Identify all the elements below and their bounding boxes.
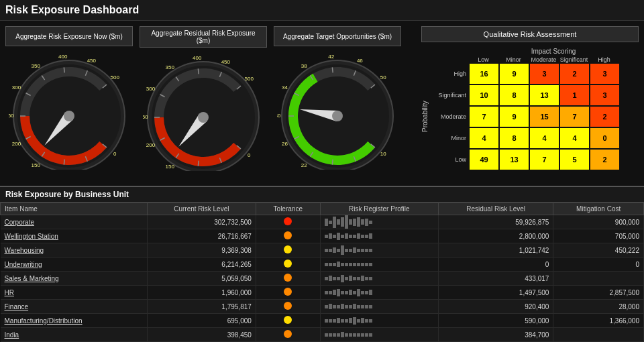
- matrix-col-header: Minor: [498, 56, 529, 63]
- svg-text:200: 200: [146, 142, 156, 148]
- matrix-cell: 13: [499, 149, 529, 170]
- residual-risk-cell: 59,926,875: [438, 215, 553, 229]
- matrix-cell: 49: [469, 149, 499, 170]
- svg-line-30: [198, 161, 199, 166]
- current-risk-cell: 1,795,817: [147, 300, 256, 314]
- svg-text:450: 450: [87, 58, 97, 64]
- table-row: Corporate302,732,50059,926,875900,000: [1, 215, 644, 229]
- item-name-cell[interactable]: Sales & Marketing: [1, 272, 148, 286]
- current-risk-cell: 398,450: [147, 328, 256, 342]
- residual-risk-cell: 590,000: [438, 314, 553, 328]
- tolerance-cell: [256, 314, 320, 328]
- matrix-cell: 8: [499, 84, 529, 106]
- residual-risk-cell: 384,700: [438, 328, 553, 342]
- gauge-canvas-1: 050100150200250300350400450500: [143, 50, 264, 171]
- matrix-cell: 0: [590, 127, 620, 149]
- risk-profile-cell: [320, 258, 438, 272]
- matrix-col-header: Low: [468, 56, 498, 63]
- risk-profile-cell: [320, 272, 438, 286]
- matrix-row-label: Minor: [432, 135, 469, 141]
- residual-risk-cell: 2,800,000: [438, 229, 553, 243]
- risk-profile-cell: [320, 229, 438, 243]
- probability-label: Probability: [421, 63, 431, 170]
- gauge-0: Aggregate Risk Exposure Now ($m)05010015…: [5, 26, 133, 180]
- mitigation-cost-cell: 28,000: [553, 300, 644, 314]
- mitigation-cost-cell: 2,857,500: [553, 286, 644, 300]
- matrix-row: Low4913752: [432, 149, 620, 170]
- svg-text:500: 500: [244, 76, 254, 82]
- svg-text:250: 250: [143, 114, 148, 120]
- matrix-cell: 9: [499, 63, 529, 84]
- matrix-rows: High169323Significant1081313Moderate7915…: [432, 63, 620, 170]
- current-risk-cell: 6,214,265: [147, 258, 256, 272]
- table-row: Warehousing9,369,3081,021,742450,222: [1, 243, 644, 258]
- item-name-cell[interactable]: HR: [1, 286, 148, 300]
- svg-text:250: 250: [9, 113, 14, 119]
- matrix-row-label: Moderate: [432, 113, 469, 120]
- gauge-canvas-2: 1014182226303438424650: [277, 49, 398, 170]
- tolerance-cell: [256, 328, 320, 342]
- matrix-row: Moderate791572: [432, 106, 620, 127]
- mitigation-cost-cell: 450,222: [553, 243, 644, 258]
- tolerance-cell: [256, 215, 320, 229]
- matrix-cell: 5: [559, 149, 590, 170]
- matrix-cell: 7: [559, 106, 590, 127]
- svg-line-10: [64, 67, 64, 72]
- gauges-area: Aggregate Risk Exposure Now ($m)05010015…: [0, 21, 416, 186]
- tolerance-cell: [256, 243, 320, 258]
- matrix-cell: 16: [469, 63, 499, 84]
- table-title: Risk Exposure by Business Unit: [0, 187, 644, 203]
- matrix-cell: 7: [469, 106, 499, 127]
- mitigation-cost-cell: 1,366,000: [553, 314, 644, 328]
- item-name-cell[interactable]: Manufacturing/Distribution: [1, 314, 148, 328]
- matrix-cell: 2: [559, 63, 590, 84]
- matrix-row: Minor48440: [432, 127, 620, 149]
- residual-risk-cell: 1,021,742: [438, 243, 553, 258]
- gauge-2: Aggregate Target Opportunities ($m)10141…: [274, 26, 401, 180]
- matrix-row: Significant1081313: [432, 84, 620, 106]
- risk-profile-cell: [320, 243, 438, 258]
- svg-point-66: [332, 111, 343, 121]
- table-row: Sales & Marketing5,059,050433,017: [1, 272, 644, 286]
- svg-text:30: 30: [277, 113, 281, 119]
- item-name-cell[interactable]: Underwriting: [1, 258, 148, 272]
- svg-text:42: 42: [328, 54, 334, 60]
- svg-text:150: 150: [166, 164, 175, 170]
- item-name-cell[interactable]: Corporate: [1, 215, 148, 229]
- matrix-cell: 2: [590, 149, 620, 170]
- gauge-1: Aggregate Residual Risk Exposure ($m)050…: [140, 26, 267, 180]
- matrix-row-label: Significant: [432, 92, 469, 99]
- tolerance-cell: [256, 300, 320, 314]
- svg-text:26: 26: [282, 141, 288, 147]
- item-name-cell[interactable]: Wellington Station: [1, 229, 148, 243]
- residual-risk-cell: 920,400: [438, 300, 553, 314]
- item-name-cell[interactable]: India: [1, 328, 148, 342]
- current-risk-cell: 695,000: [147, 314, 256, 328]
- risk-profile-cell: [320, 314, 438, 328]
- svg-text:0: 0: [113, 151, 117, 157]
- matrix-cell: 4: [469, 127, 499, 149]
- svg-text:150: 150: [32, 162, 41, 168]
- risk-profile-cell: [320, 215, 438, 229]
- item-name-cell[interactable]: Finance: [1, 300, 148, 314]
- current-risk-cell: 1,960,000: [147, 286, 256, 300]
- table-row: Manufacturing/Distribution695,000590,000…: [1, 314, 644, 328]
- item-name-cell[interactable]: Warehousing: [1, 243, 148, 258]
- current-risk-cell: 5,059,050: [147, 272, 256, 286]
- matrix-row-label: Low: [432, 156, 469, 163]
- residual-risk-cell: 433,017: [438, 272, 553, 286]
- matrix-cell: 7: [529, 149, 559, 170]
- svg-text:500: 500: [110, 74, 119, 80]
- svg-text:300: 300: [12, 84, 21, 91]
- tolerance-cell: [256, 286, 320, 300]
- tolerance-cell: [256, 258, 320, 272]
- svg-text:14: 14: [357, 168, 363, 170]
- svg-text:50: 50: [223, 170, 229, 171]
- matrix-col-headers: LowMinorModerateSignificantHigh: [468, 56, 639, 63]
- tolerance-cell: [256, 229, 320, 243]
- svg-text:34: 34: [282, 84, 288, 91]
- svg-text:0: 0: [248, 152, 251, 158]
- current-risk-cell: 9,369,308: [147, 243, 256, 258]
- matrix-cell: 4: [529, 127, 559, 149]
- matrix-cell: 13: [529, 84, 559, 106]
